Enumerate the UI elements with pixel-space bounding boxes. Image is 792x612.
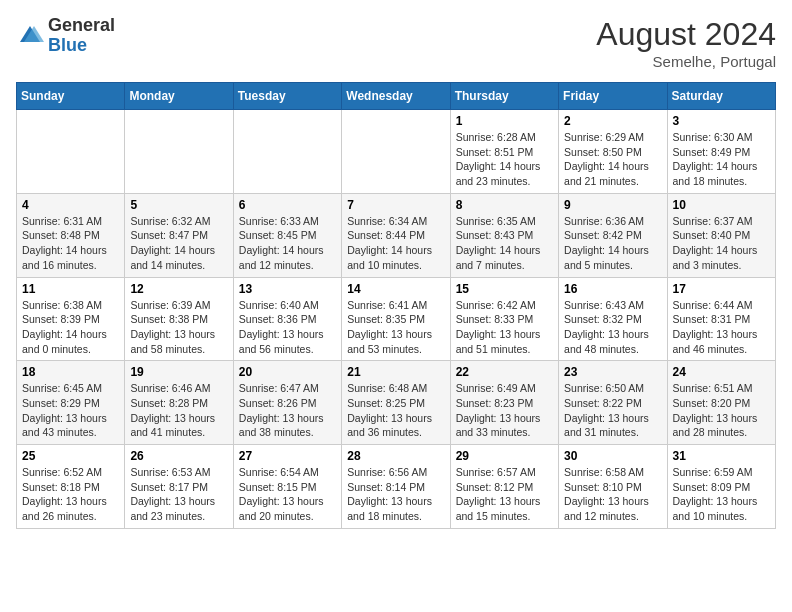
- table-row: 2Sunrise: 6:29 AM Sunset: 8:50 PM Daylig…: [559, 110, 667, 194]
- day-number: 6: [239, 198, 336, 212]
- day-info: Sunrise: 6:53 AM Sunset: 8:17 PM Dayligh…: [130, 465, 227, 524]
- table-row: [17, 110, 125, 194]
- table-row: 12Sunrise: 6:39 AM Sunset: 8:38 PM Dayli…: [125, 277, 233, 361]
- table-row: 18Sunrise: 6:45 AM Sunset: 8:29 PM Dayli…: [17, 361, 125, 445]
- logo-blue-text: Blue: [48, 35, 87, 55]
- day-number: 11: [22, 282, 119, 296]
- col-thursday: Thursday: [450, 83, 558, 110]
- day-info: Sunrise: 6:50 AM Sunset: 8:22 PM Dayligh…: [564, 381, 661, 440]
- day-info: Sunrise: 6:43 AM Sunset: 8:32 PM Dayligh…: [564, 298, 661, 357]
- day-number: 1: [456, 114, 553, 128]
- day-number: 17: [673, 282, 770, 296]
- day-info: Sunrise: 6:31 AM Sunset: 8:48 PM Dayligh…: [22, 214, 119, 273]
- calendar-week-row: 25Sunrise: 6:52 AM Sunset: 8:18 PM Dayli…: [17, 445, 776, 529]
- day-info: Sunrise: 6:39 AM Sunset: 8:38 PM Dayligh…: [130, 298, 227, 357]
- day-info: Sunrise: 6:29 AM Sunset: 8:50 PM Dayligh…: [564, 130, 661, 189]
- day-number: 23: [564, 365, 661, 379]
- table-row: 30Sunrise: 6:58 AM Sunset: 8:10 PM Dayli…: [559, 445, 667, 529]
- day-number: 26: [130, 449, 227, 463]
- table-row: 21Sunrise: 6:48 AM Sunset: 8:25 PM Dayli…: [342, 361, 450, 445]
- table-row: 11Sunrise: 6:38 AM Sunset: 8:39 PM Dayli…: [17, 277, 125, 361]
- day-number: 15: [456, 282, 553, 296]
- day-info: Sunrise: 6:32 AM Sunset: 8:47 PM Dayligh…: [130, 214, 227, 273]
- table-row: 31Sunrise: 6:59 AM Sunset: 8:09 PM Dayli…: [667, 445, 775, 529]
- day-number: 29: [456, 449, 553, 463]
- table-row: 27Sunrise: 6:54 AM Sunset: 8:15 PM Dayli…: [233, 445, 341, 529]
- table-row: 5Sunrise: 6:32 AM Sunset: 8:47 PM Daylig…: [125, 193, 233, 277]
- day-number: 22: [456, 365, 553, 379]
- title-block: August 2024 Semelhe, Portugal: [596, 16, 776, 70]
- logo-icon: [16, 22, 44, 50]
- day-info: Sunrise: 6:58 AM Sunset: 8:10 PM Dayligh…: [564, 465, 661, 524]
- day-number: 30: [564, 449, 661, 463]
- table-row: 17Sunrise: 6:44 AM Sunset: 8:31 PM Dayli…: [667, 277, 775, 361]
- table-row: 4Sunrise: 6:31 AM Sunset: 8:48 PM Daylig…: [17, 193, 125, 277]
- day-number: 5: [130, 198, 227, 212]
- table-row: 13Sunrise: 6:40 AM Sunset: 8:36 PM Dayli…: [233, 277, 341, 361]
- day-info: Sunrise: 6:54 AM Sunset: 8:15 PM Dayligh…: [239, 465, 336, 524]
- table-row: 22Sunrise: 6:49 AM Sunset: 8:23 PM Dayli…: [450, 361, 558, 445]
- day-number: 28: [347, 449, 444, 463]
- day-info: Sunrise: 6:46 AM Sunset: 8:28 PM Dayligh…: [130, 381, 227, 440]
- day-info: Sunrise: 6:49 AM Sunset: 8:23 PM Dayligh…: [456, 381, 553, 440]
- table-row: [233, 110, 341, 194]
- day-info: Sunrise: 6:34 AM Sunset: 8:44 PM Dayligh…: [347, 214, 444, 273]
- day-info: Sunrise: 6:33 AM Sunset: 8:45 PM Dayligh…: [239, 214, 336, 273]
- day-info: Sunrise: 6:42 AM Sunset: 8:33 PM Dayligh…: [456, 298, 553, 357]
- day-number: 12: [130, 282, 227, 296]
- day-number: 27: [239, 449, 336, 463]
- table-row: 25Sunrise: 6:52 AM Sunset: 8:18 PM Dayli…: [17, 445, 125, 529]
- day-info: Sunrise: 6:44 AM Sunset: 8:31 PM Dayligh…: [673, 298, 770, 357]
- day-info: Sunrise: 6:51 AM Sunset: 8:20 PM Dayligh…: [673, 381, 770, 440]
- table-row: 24Sunrise: 6:51 AM Sunset: 8:20 PM Dayli…: [667, 361, 775, 445]
- table-row: 15Sunrise: 6:42 AM Sunset: 8:33 PM Dayli…: [450, 277, 558, 361]
- col-tuesday: Tuesday: [233, 83, 341, 110]
- day-info: Sunrise: 6:57 AM Sunset: 8:12 PM Dayligh…: [456, 465, 553, 524]
- day-info: Sunrise: 6:38 AM Sunset: 8:39 PM Dayligh…: [22, 298, 119, 357]
- calendar-header-row: Sunday Monday Tuesday Wednesday Thursday…: [17, 83, 776, 110]
- day-number: 7: [347, 198, 444, 212]
- day-number: 31: [673, 449, 770, 463]
- table-row: 19Sunrise: 6:46 AM Sunset: 8:28 PM Dayli…: [125, 361, 233, 445]
- day-number: 3: [673, 114, 770, 128]
- day-number: 13: [239, 282, 336, 296]
- day-number: 14: [347, 282, 444, 296]
- day-info: Sunrise: 6:45 AM Sunset: 8:29 PM Dayligh…: [22, 381, 119, 440]
- logo-general-text: General: [48, 15, 115, 35]
- table-row: 20Sunrise: 6:47 AM Sunset: 8:26 PM Dayli…: [233, 361, 341, 445]
- table-row: 28Sunrise: 6:56 AM Sunset: 8:14 PM Dayli…: [342, 445, 450, 529]
- month-year-title: August 2024: [596, 16, 776, 53]
- calendar-week-row: 18Sunrise: 6:45 AM Sunset: 8:29 PM Dayli…: [17, 361, 776, 445]
- table-row: [125, 110, 233, 194]
- col-saturday: Saturday: [667, 83, 775, 110]
- day-number: 4: [22, 198, 119, 212]
- day-number: 18: [22, 365, 119, 379]
- day-number: 8: [456, 198, 553, 212]
- day-info: Sunrise: 6:41 AM Sunset: 8:35 PM Dayligh…: [347, 298, 444, 357]
- col-friday: Friday: [559, 83, 667, 110]
- table-row: 16Sunrise: 6:43 AM Sunset: 8:32 PM Dayli…: [559, 277, 667, 361]
- page-header: General Blue August 2024 Semelhe, Portug…: [16, 16, 776, 70]
- table-row: [342, 110, 450, 194]
- day-info: Sunrise: 6:36 AM Sunset: 8:42 PM Dayligh…: [564, 214, 661, 273]
- day-number: 25: [22, 449, 119, 463]
- day-number: 9: [564, 198, 661, 212]
- day-info: Sunrise: 6:47 AM Sunset: 8:26 PM Dayligh…: [239, 381, 336, 440]
- day-number: 20: [239, 365, 336, 379]
- table-row: 1Sunrise: 6:28 AM Sunset: 8:51 PM Daylig…: [450, 110, 558, 194]
- location-subtitle: Semelhe, Portugal: [596, 53, 776, 70]
- day-info: Sunrise: 6:35 AM Sunset: 8:43 PM Dayligh…: [456, 214, 553, 273]
- col-sunday: Sunday: [17, 83, 125, 110]
- table-row: 10Sunrise: 6:37 AM Sunset: 8:40 PM Dayli…: [667, 193, 775, 277]
- col-monday: Monday: [125, 83, 233, 110]
- day-number: 24: [673, 365, 770, 379]
- calendar-week-row: 1Sunrise: 6:28 AM Sunset: 8:51 PM Daylig…: [17, 110, 776, 194]
- day-info: Sunrise: 6:28 AM Sunset: 8:51 PM Dayligh…: [456, 130, 553, 189]
- table-row: 14Sunrise: 6:41 AM Sunset: 8:35 PM Dayli…: [342, 277, 450, 361]
- day-info: Sunrise: 6:37 AM Sunset: 8:40 PM Dayligh…: [673, 214, 770, 273]
- table-row: 6Sunrise: 6:33 AM Sunset: 8:45 PM Daylig…: [233, 193, 341, 277]
- table-row: 7Sunrise: 6:34 AM Sunset: 8:44 PM Daylig…: [342, 193, 450, 277]
- table-row: 3Sunrise: 6:30 AM Sunset: 8:49 PM Daylig…: [667, 110, 775, 194]
- calendar-week-row: 4Sunrise: 6:31 AM Sunset: 8:48 PM Daylig…: [17, 193, 776, 277]
- calendar-table: Sunday Monday Tuesday Wednesday Thursday…: [16, 82, 776, 529]
